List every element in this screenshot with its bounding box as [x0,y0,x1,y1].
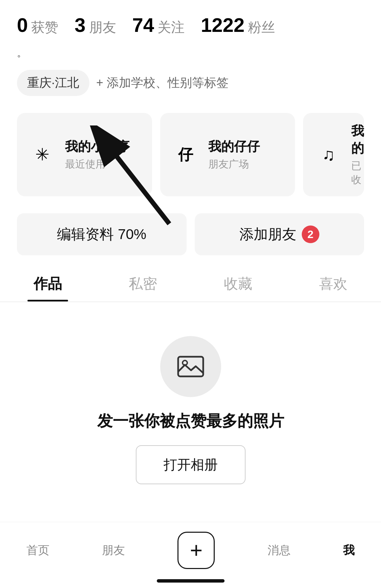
nav-item-messages[interactable]: 消息 [268,543,291,558]
tab-likes[interactable]: 喜欢 [286,266,381,301]
tab-private[interactable]: 私密 [95,266,190,301]
mini-app-desc-2: 已收 [351,159,364,187]
stats-row: 0 获赞 3 朋友 74 关注 1222 粉丝 [0,0,381,43]
friends-label: 朋友 [89,18,116,37]
fans-count: 1222 [201,14,245,36]
nav-item-friends[interactable]: 朋友 [102,543,125,558]
mini-app-icon-0: ✳ [27,139,58,170]
stat-likes: 0 获赞 [17,14,58,37]
add-tag-button[interactable]: + 添加学校、性别等标签 [96,75,229,91]
nav-item-me[interactable]: 我 [343,543,355,558]
mini-app-info-2: 我的 已收 [351,122,364,187]
mini-app-card-0[interactable]: ✳ 我的小程序 最近使用 [17,113,152,196]
mini-app-card-1[interactable]: 仔 我的仔仔 朋友广场 [160,113,295,196]
mini-app-info-1: 我的仔仔 朋友广场 [208,138,260,171]
mini-app-card-2[interactable]: ♫ 我的 已收 [303,113,364,196]
mini-apps-row: ✳ 我的小程序 最近使用 仔 我的仔仔 朋友广场 ♫ 我的 已收 [0,103,381,207]
following-label: 关注 [157,18,185,37]
action-buttons: 编辑资料 70% 添加朋友 2 [0,207,381,266]
tags-row: 重庆·江北 + 添加学校、性别等标签 [0,63,381,103]
bottom-nav-items: 首页 朋友 + 消息 我 [0,522,381,576]
mini-app-name-0: 我的小程序 [65,138,129,155]
mini-app-name-1: 我的仔仔 [208,138,260,155]
edit-profile-button[interactable]: 编辑资料 70% [17,213,187,255]
following-count: 74 [132,14,154,36]
likes-label: 获赞 [31,18,58,37]
stat-following: 74 关注 [132,14,185,37]
empty-state-text: 发一张你被点赞最多的照片 [97,411,284,432]
bio-dot: 。 [0,43,381,63]
open-album-button[interactable]: 打开相册 [136,445,246,484]
nav-messages-label: 消息 [268,543,291,558]
image-placeholder-icon [175,351,206,382]
mini-app-name-2: 我的 [351,122,364,157]
bottom-nav: 首页 朋友 + 消息 我 [0,522,381,588]
nav-friends-label: 朋友 [102,543,125,558]
add-friend-label: 添加朋友 [239,225,296,244]
tabs-row: 作品 私密 收藏 喜欢 [0,266,381,302]
friends-count: 3 [75,14,85,36]
mini-app-desc-0: 最近使用 [65,157,129,171]
stat-friends: 3 朋友 [75,14,116,37]
nav-item-plus[interactable]: + [177,532,215,569]
nav-plus-button[interactable]: + [177,532,215,569]
stat-fans: 1222 粉丝 [201,14,275,37]
mini-app-info-0: 我的小程序 最近使用 [65,138,129,171]
nav-me-label: 我 [343,543,355,558]
tab-collections[interactable]: 收藏 [191,266,286,301]
fans-label: 粉丝 [248,18,275,37]
nav-plus-icon: + [190,540,203,561]
add-friend-badge: 2 [302,226,319,243]
add-tag-label: + 添加学校、性别等标签 [96,75,229,91]
tab-works[interactable]: 作品 [0,266,95,301]
svg-rect-2 [178,357,203,376]
mini-app-desc-1: 朋友广场 [208,157,260,171]
empty-icon-circle [160,336,221,397]
add-friend-button[interactable]: 添加朋友 2 [195,213,364,255]
home-indicator [157,579,225,583]
mini-app-icon-1: 仔 [170,139,201,170]
nav-item-home[interactable]: 首页 [26,543,49,558]
nav-home-label: 首页 [26,543,49,558]
empty-state: 发一张你被点赞最多的照片 打开相册 [0,302,381,505]
likes-count: 0 [17,14,28,36]
mini-app-icon-2: ♫ [313,139,344,170]
location-tag[interactable]: 重庆·江北 [17,70,89,96]
edit-profile-label: 编辑资料 70% [57,225,146,244]
